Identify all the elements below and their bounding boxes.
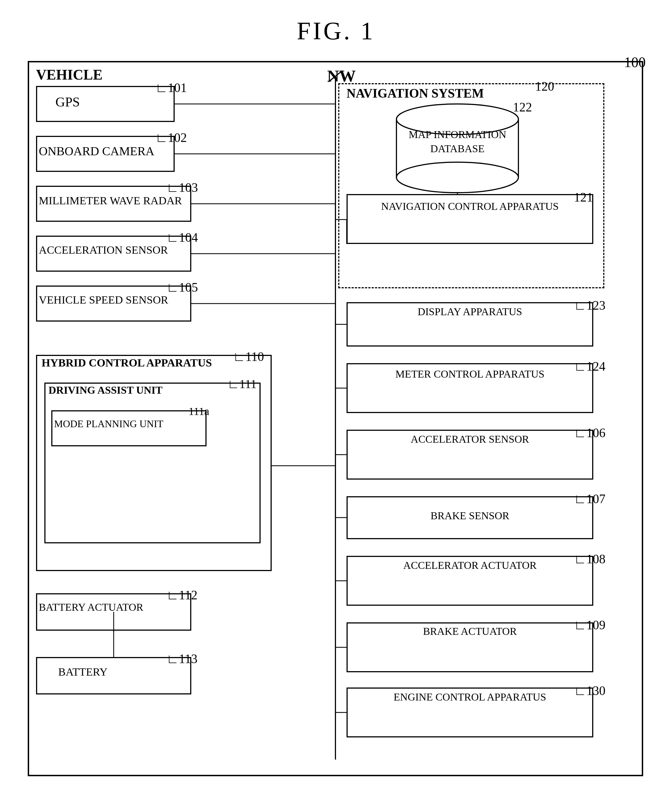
ref-108: ∟108: [574, 552, 606, 566]
engine-control-label: ENGINE CONTROL APPARATUS: [349, 690, 591, 704]
ref-101: ∟101: [155, 81, 187, 95]
nav-control-label: NAVIGATION CONTROL APPARATUS: [349, 200, 591, 213]
battery-label: BATTERY: [58, 665, 108, 678]
ref-122: 122: [513, 100, 532, 115]
ref-124: ∟124: [574, 359, 606, 374]
gps-label: GPS: [55, 94, 80, 110]
ref-123: ∟123: [574, 298, 606, 313]
ref-102: ∟102: [155, 130, 187, 145]
nav-system-border: [338, 83, 604, 288]
meter-control-label: METER CONTROL APPARATUS: [349, 367, 591, 381]
mmwave-radar-label: MILLIMETER WAVE RADAR: [39, 194, 182, 207]
hybrid-control-label: HYBRID CONTROL APPARATUS: [42, 356, 212, 369]
map-db-label: MAP INFORMATION DATABASE: [399, 128, 515, 156]
ref-111a: 111a: [189, 405, 209, 418]
ref-111: ∟111: [227, 377, 257, 391]
nav-system-label: NAVIGATION SYSTEM: [347, 86, 484, 100]
accelerator-actuator-label: ACCELERATOR ACTUATOR: [349, 559, 591, 572]
page-title: FIG. 1: [297, 17, 375, 45]
ref-112: ∟112: [166, 588, 197, 602]
ref-106: ∟106: [574, 425, 606, 440]
vehicle-label: VEHICLE: [36, 66, 103, 83]
brake-actuator-label: BRAKE ACTUATOR: [349, 624, 591, 638]
ref-103: ∟103: [166, 180, 198, 195]
battery-actuator-label: BATTERY ACTUATOR: [39, 601, 143, 613]
ref-121: 121: [574, 190, 593, 205]
ref-109: ∟109: [574, 618, 606, 632]
ref-104: ∟104: [166, 230, 198, 245]
driving-assist-box: [44, 383, 261, 543]
ref-130: ∟130: [574, 683, 606, 698]
brake-sensor-label: BRAKE SENSOR: [349, 509, 591, 522]
ref-110: ∟110: [233, 349, 264, 364]
display-apparatus-label: DISPLAY APPARATUS: [349, 305, 591, 319]
mode-planning-label: MODE PLANNING UNIT: [54, 418, 163, 430]
driving-assist-label: DRIVING ASSIST UNIT: [48, 384, 162, 396]
ref-120: 120: [535, 79, 554, 94]
vehicle-speed-sensor-label: VEHICLE SPEED SENSOR: [39, 293, 168, 306]
accelerator-sensor-label: ACCELERATOR SENSOR: [349, 432, 591, 446]
nw-label: NW: [327, 66, 356, 86]
ref-105: ∟105: [166, 280, 198, 295]
ref-107: ∟107: [574, 492, 606, 506]
onboard-camera-label: ONBOARD CAMERA: [39, 144, 154, 158]
acceleration-sensor-label: ACCELERATION SENSOR: [39, 243, 168, 256]
ref-113: ∟113: [166, 652, 197, 666]
